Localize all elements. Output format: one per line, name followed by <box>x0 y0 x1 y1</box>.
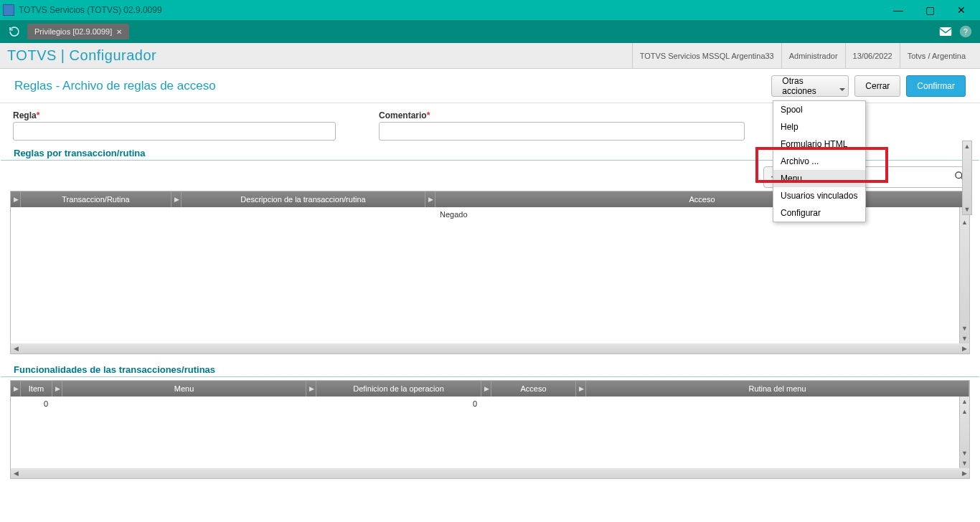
form-vscroll[interactable]: ▲▼ <box>962 141 972 215</box>
tab-close-icon[interactable]: ✕ <box>116 28 122 36</box>
regla-input[interactable] <box>13 122 336 141</box>
dropdown-item-formulario-html[interactable]: Formulario HTML <box>773 136 865 153</box>
refresh-icon <box>8 25 21 38</box>
tab-bar: Privilegios [02.9.0099] ✕ ? <box>0 20 980 43</box>
minimize-button[interactable]: — <box>882 0 914 20</box>
other-actions-dropdown: Spool Help Formulario HTML Archivo ... M… <box>773 100 866 222</box>
table2-hscroll[interactable]: ◀▶ <box>11 468 969 478</box>
other-actions-label: Otras acciones <box>782 76 838 96</box>
col-menu[interactable]: Menu <box>62 381 306 397</box>
col-acceso2[interactable]: Acceso <box>491 381 576 397</box>
table-row[interactable]: 0 0 <box>11 397 969 411</box>
dropdown-item-archivo[interactable]: Archivo ... <box>773 153 865 170</box>
col-transaccion[interactable]: Transaccion/Rutina <box>21 191 171 207</box>
table2-header: ▶ Item ▶ Menu ▶ Definicion de la operaci… <box>11 381 969 397</box>
header-branch: Totvs / Argentina <box>900 43 973 68</box>
dropdown-item-menu[interactable]: Menu <box>773 170 865 187</box>
col-acceso[interactable]: Acceso <box>435 191 969 207</box>
dropdown-item-usuarios-vinculados[interactable]: Usuarios vinculados <box>773 187 865 204</box>
app-icon <box>3 4 14 16</box>
regla-label: Regla* <box>13 110 336 120</box>
maximize-button[interactable]: ▢ <box>914 0 946 20</box>
window-titlebar: TOTVS Servicios (TOTVS) 02.9.0099 — ▢ ✕ <box>0 0 980 20</box>
confirm-button[interactable]: Confirmar <box>906 75 966 97</box>
other-actions-button[interactable]: Otras acciones <box>771 75 849 97</box>
tab-label: Privilegios [02.9.0099] <box>34 27 112 36</box>
home-button[interactable] <box>4 22 24 42</box>
header-bar: TOTVS | Configurador TOTVS Servicios MSS… <box>0 43 980 69</box>
comentario-label: Comentario* <box>379 110 745 120</box>
table2-vscroll[interactable]: ▲▲▼▼ <box>959 397 969 468</box>
help-icon[interactable]: ? <box>956 22 976 42</box>
window-title: TOTVS Servicios (TOTVS) 02.9.0099 <box>19 5 882 15</box>
svg-rect-0 <box>940 27 952 36</box>
table1-vscroll[interactable]: ▲▲▼▼ <box>959 207 969 343</box>
col-rutina[interactable]: Rutina del menu <box>586 381 969 397</box>
dropdown-item-configurar[interactable]: Configurar <box>773 204 865 222</box>
svg-point-3 <box>956 171 962 178</box>
header-user: Administrador <box>781 43 845 68</box>
table-funcionalidades: ▶ Item ▶ Menu ▶ Definicion de la operaci… <box>10 380 970 479</box>
col-item[interactable]: Item <box>21 381 52 397</box>
section-title: Reglas - Archivo de reglas de acceso <box>14 79 216 93</box>
table1-hscroll[interactable]: ◀▶ <box>11 343 969 353</box>
confirm-button-label: Confirmar <box>917 81 955 91</box>
header-date: 13/06/2022 <box>845 43 900 68</box>
mail-icon[interactable] <box>936 22 956 42</box>
close-window-button[interactable]: ✕ <box>946 0 977 20</box>
comentario-input[interactable] <box>379 122 745 141</box>
close-button[interactable]: Cerrar <box>854 75 900 97</box>
subtitle-funcionalidades: Funcionalidades de las transacciones/rut… <box>1 360 979 377</box>
dropdown-item-help[interactable]: Help <box>773 118 865 136</box>
app-logo-text: TOTVS | Configurador <box>7 47 156 64</box>
col-definicion[interactable]: Definicion de la operacion <box>316 381 481 397</box>
section-header: Reglas - Archivo de reglas de acceso Otr… <box>0 69 980 103</box>
col-descripcion[interactable]: Descripcion de la transaccion/rutina <box>182 191 425 207</box>
tab-privilegios[interactable]: Privilegios [02.9.0099] ✕ <box>27 24 129 39</box>
svg-text:?: ? <box>963 27 968 36</box>
header-environment: TOTVS Servicios MSSQL Argentina33 <box>632 43 781 68</box>
dropdown-item-spool[interactable]: Spool <box>773 101 865 118</box>
close-button-label: Cerrar <box>865 81 890 91</box>
